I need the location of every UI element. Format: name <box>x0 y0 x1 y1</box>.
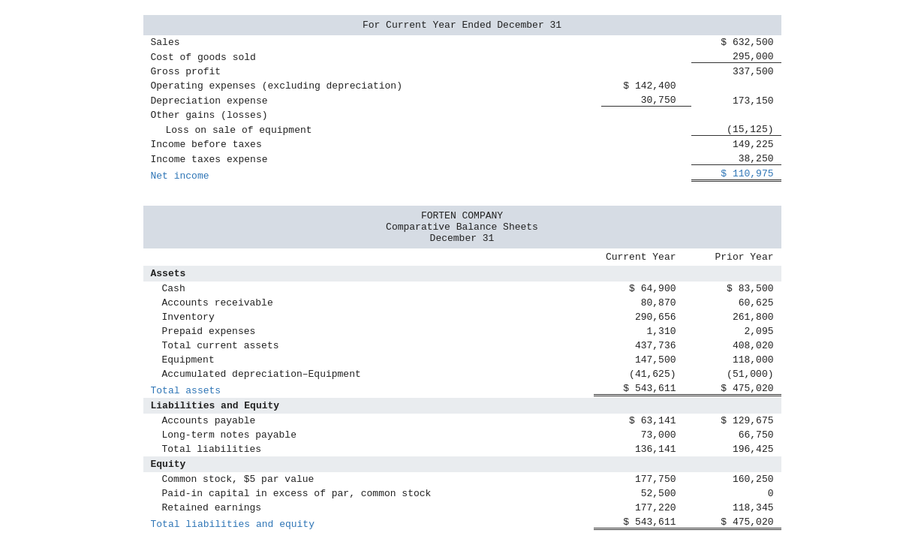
bs-row: Inventory290,656261,800 <box>143 310 781 324</box>
income-statement-header: For Current Year Ended December 31 <box>143 15 781 35</box>
bs-row-py: 160,250 <box>691 474 781 485</box>
bs-row-cy: 1,310 <box>594 326 691 337</box>
is-row-label: Other gains (losses) <box>143 110 601 121</box>
is-row-label: Gross profit <box>143 66 601 77</box>
bs-row-py: 118,345 <box>691 502 781 513</box>
balance-sheet-header: FORTEN COMPANY Comparative Balance Sheet… <box>143 206 781 248</box>
bs-row-cy: 136,141 <box>594 444 691 455</box>
is-row-label: Depreciation expense <box>143 95 601 107</box>
bs-row-label: Prepaid expenses <box>143 326 594 337</box>
page-wrapper: For Current Year Ended December 31 Sales… <box>143 15 781 531</box>
is-col2-value: 149,225 <box>691 139 781 150</box>
is-row-label: Income taxes expense <box>143 154 601 165</box>
bs-row-py: 118,000 <box>691 354 781 366</box>
bs-row: Retained earnings177,220118,345 <box>143 501 781 515</box>
bs-total-label: Total liabilities and equity <box>143 519 594 530</box>
bs-row: Long-term notes payable73,00066,750 <box>143 428 781 442</box>
bs-row-py: (51,000) <box>691 369 781 380</box>
bs-row-cy: 177,220 <box>594 502 691 513</box>
bs-row-py: 2,095 <box>691 326 781 337</box>
is-row-label: Loss on sale of equipment <box>143 125 601 136</box>
bs-row-cy: 177,750 <box>594 474 691 485</box>
bs-total-cy: $ 543,611 <box>594 516 691 530</box>
bs-row-label: Long-term notes payable <box>143 429 594 441</box>
bs-section-label: Liabilities and Equity <box>143 400 594 411</box>
bs-row-cy: 290,656 <box>594 312 691 323</box>
is-row: Loss on sale of equipment(15,125) <box>143 122 781 137</box>
is-col2-value: $ 632,500 <box>691 37 781 48</box>
balance-sheet: FORTEN COMPANY Comparative Balance Sheet… <box>143 206 781 531</box>
is-row: Income before taxes149,225 <box>143 137 781 152</box>
is-row: Sales$ 632,500 <box>143 35 781 50</box>
is-col1-value: 30,750 <box>601 95 691 107</box>
is-col2-value: $ 110,975 <box>691 168 781 182</box>
bs-row-cy: 73,000 <box>594 429 691 441</box>
bs-total-row: Total assets$ 543,611$ 475,020 <box>143 381 781 398</box>
bs-row-py: 408,020 <box>691 340 781 351</box>
is-col1-value: $ 142,400 <box>601 80 691 92</box>
bs-row-cy: 437,736 <box>594 340 691 351</box>
bs-row-py: 0 <box>691 488 781 499</box>
bs-row-cy: $ 64,900 <box>594 283 691 294</box>
bs-row-label: Retained earnings <box>143 502 594 513</box>
bs-row-py: 60,625 <box>691 297 781 309</box>
is-row-label: Cost of goods sold <box>143 52 601 63</box>
is-col2-value: (15,125) <box>691 124 781 136</box>
bs-row: Accounts receivable80,87060,625 <box>143 296 781 310</box>
bs-row: Equipment147,500118,000 <box>143 353 781 367</box>
bs-row-label: Total current assets <box>143 340 594 351</box>
is-row: Other gains (losses) <box>143 108 781 122</box>
bs-row-py: 261,800 <box>691 312 781 323</box>
bs-row: Total current assets437,736408,020 <box>143 339 781 353</box>
bs-row-cy: (41,625) <box>594 369 691 380</box>
bs-row-label: Paid-in capital in excess of par, common… <box>143 488 594 499</box>
bs-section-header: Liabilities and Equity <box>143 398 781 414</box>
bs-row-cy: 80,870 <box>594 297 691 309</box>
income-statement: For Current Year Ended December 31 Sales… <box>143 15 781 183</box>
bs-row-label: Common stock, $5 par value <box>143 474 594 485</box>
is-col2-value: 295,000 <box>691 51 781 63</box>
bs-section-label: Equity <box>143 459 594 470</box>
bs-row-label: Accumulated depreciation–Equipment <box>143 369 594 380</box>
current-year-header: Current Year <box>594 251 691 263</box>
is-col2-value: 337,500 <box>691 66 781 77</box>
bs-row-py: 196,425 <box>691 444 781 455</box>
bs-total-cy: $ 543,611 <box>594 383 691 396</box>
bs-row-cy: 52,500 <box>594 488 691 499</box>
bs-row: Total liabilities136,141196,425 <box>143 442 781 456</box>
prior-year-header: Prior Year <box>691 251 781 263</box>
bs-row-cy: 147,500 <box>594 354 691 366</box>
bs-row: Common stock, $5 par value177,750160,250 <box>143 472 781 486</box>
is-row: Cost of goods sold295,000 <box>143 50 781 65</box>
bs-row-py: 66,750 <box>691 429 781 441</box>
is-row-label: Net income <box>143 170 601 182</box>
bs-row: Cash$ 64,900$ 83,500 <box>143 282 781 296</box>
is-row: Net income$ 110,975 <box>143 167 781 183</box>
is-col2-value: 38,250 <box>691 153 781 165</box>
bs-row-py: $ 83,500 <box>691 283 781 294</box>
is-row-label: Sales <box>143 37 601 48</box>
bs-section-header: Equity <box>143 456 781 472</box>
bs-row-label: Accounts payable <box>143 415 594 426</box>
bs-row: Prepaid expenses1,3102,095 <box>143 324 781 339</box>
bs-row-label: Accounts receivable <box>143 297 594 309</box>
bs-total-label: Total assets <box>143 385 594 396</box>
is-col2-value: 173,150 <box>691 95 781 107</box>
is-row: Income taxes expense38,250 <box>143 152 781 167</box>
bs-section-header: Assets <box>143 266 781 282</box>
bs-row-label: Total liabilities <box>143 444 594 455</box>
bs-row: Paid-in capital in excess of par, common… <box>143 486 781 501</box>
bs-row-label: Inventory <box>143 312 594 323</box>
bs-row-label: Equipment <box>143 354 594 366</box>
is-row-label: Operating expenses (excluding depreciati… <box>143 80 601 92</box>
bs-row: Accounts payable$ 63,141$ 129,675 <box>143 414 781 428</box>
bs-total-py: $ 475,020 <box>691 383 781 396</box>
is-row-label: Income before taxes <box>143 139 601 150</box>
bs-row-label: Cash <box>143 283 594 294</box>
bs-column-headers: Current Year Prior Year <box>143 248 781 266</box>
bs-row: Accumulated depreciation–Equipment(41,62… <box>143 367 781 381</box>
bs-section-label: Assets <box>143 268 594 279</box>
bs-total-row: Total liabilities and equity$ 543,611$ 4… <box>143 515 781 531</box>
is-row: Gross profit337,500 <box>143 65 781 79</box>
is-row: Operating expenses (excluding depreciati… <box>143 79 781 93</box>
